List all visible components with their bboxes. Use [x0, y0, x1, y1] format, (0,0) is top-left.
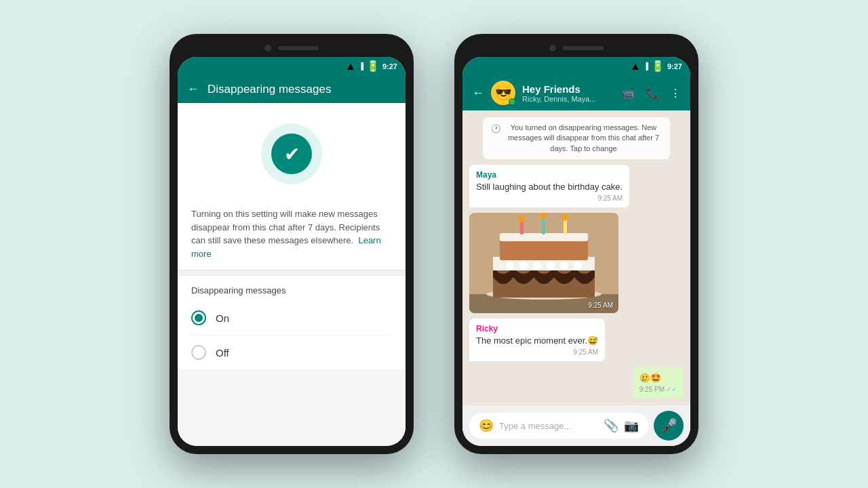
battery-icon: 🔋 [366, 60, 380, 73]
settings-options: On Off [178, 301, 406, 369]
settings-divider [178, 270, 406, 276]
sent-time: 9:26 PM ✓✓ [639, 386, 677, 393]
status-bar-chat: ▲ ▐ 🔋 9:27 [462, 57, 690, 75]
radio-on-circle[interactable] [191, 310, 206, 325]
chat-back-button[interactable]: ← [472, 86, 484, 100]
wifi-icon: ▲ [345, 60, 356, 73]
message-ricky: Ricky The most epic moment ever.😅 9:25 A… [469, 319, 605, 361]
chat-group-name: Hey Friends [522, 83, 614, 95]
more-options-icon[interactable]: ⋮ [670, 87, 681, 100]
phone-settings: ▲ ▐ 🔋 9:27 ← Disappearing messages ✔ [170, 34, 414, 454]
system-message[interactable]: 🕐 You turned on disappearing messages. N… [483, 117, 670, 159]
chat-content: 🕐 You turned on disappearing messages. N… [462, 110, 690, 446]
signal-icon: ▐ [359, 62, 363, 70]
toolbar-settings: ← Disappearing messages [178, 75, 406, 103]
image-time: 9:25 AM [588, 302, 613, 309]
system-message-text: You turned on disappearing messages. New… [505, 123, 662, 154]
chat-header: ← 😎 Hey Friends Ricky, Dennis, Maya... 📹… [462, 75, 690, 110]
radio-off-circle[interactable] [191, 345, 206, 360]
message-time-ricky: 9:25 AM [476, 348, 598, 356]
description-text: Turning on this setting will make new me… [191, 209, 380, 245]
message-maya: Maya Still laughing about the birthday c… [469, 165, 629, 207]
phone-screen-settings: ▲ ▐ 🔋 9:27 ← Disappearing messages ✔ [178, 57, 406, 446]
status-icons: ▲ ▐ 🔋 [345, 60, 380, 73]
chat-toolbar-icons: 📹 📞 ⋮ [621, 87, 681, 100]
radio-on-label: On [216, 312, 229, 324]
svg-point-12 [562, 214, 568, 221]
system-message-icon: 🕐 [491, 123, 501, 135]
chat-group-subtitle: Ricky, Dennis, Maya... [522, 95, 614, 103]
phone-call-icon[interactable]: 📞 [646, 87, 659, 100]
settings-content: ✔ Turning on this setting will make new … [178, 103, 406, 446]
svg-point-14 [519, 262, 528, 270]
timer-icon-circle: ✔ [261, 123, 322, 184]
phone-camera [264, 45, 271, 52]
back-button-settings[interactable]: ← [187, 82, 199, 96]
mic-button[interactable]: 🎤 [654, 411, 684, 441]
section-title: Disappearing messages [178, 276, 406, 301]
radio-on-inner [195, 314, 203, 322]
phone-speaker-chat [563, 46, 604, 50]
cake-svg [469, 213, 618, 312]
radio-off-label: Off [216, 347, 229, 359]
scene: ▲ ▐ 🔋 9:27 ← Disappearing messages ✔ [170, 34, 698, 454]
status-time-settings: 9:27 [382, 62, 397, 70]
video-call-icon[interactable]: 📹 [621, 87, 635, 100]
status-time-chat: 9:27 [667, 62, 682, 70]
mic-icon: 🎤 [660, 418, 677, 434]
online-indicator [509, 98, 515, 105]
status-bar-settings: ▲ ▐ 🔋 9:27 [178, 57, 406, 75]
message-sender-maya: Maya [476, 170, 623, 180]
chat-avatar: 😎 [491, 81, 515, 105]
battery-icon-chat: 🔋 [651, 60, 665, 73]
svg-point-15 [533, 262, 541, 270]
message-text-maya: Still laughing about the birthday cake. [476, 181, 623, 193]
phone-screen-chat: ▲ ▐ 🔋 9:27 ← 😎 Hey Friends Ricky, Dennis… [462, 57, 690, 446]
icon-area: ✔ [178, 103, 406, 198]
phone-top-bar-chat [462, 42, 690, 57]
wifi-icon-chat: ▲ [630, 60, 641, 73]
message-time-maya: 9:25 AM [476, 195, 623, 202]
radio-on-option[interactable]: On [191, 301, 392, 336]
svg-point-13 [506, 262, 514, 270]
svg-point-10 [519, 216, 524, 222]
status-icons-chat: ▲ ▐ 🔋 [630, 60, 665, 73]
phone-chat: ▲ ▐ 🔋 9:27 ← 😎 Hey Friends Ricky, Dennis… [454, 34, 698, 454]
camera-button[interactable]: 📷 [624, 418, 639, 433]
chat-input-bar: 😊 Type a message... 📎 📷 🎤 [462, 405, 690, 446]
svg-rect-8 [542, 216, 545, 235]
sent-text: 🥲🤩 [639, 372, 677, 384]
chat-input-pill[interactable]: 😊 Type a message... 📎 📷 [469, 413, 648, 439]
settings-description: Turning on this setting will make new me… [178, 198, 406, 270]
message-sender-ricky: Ricky [476, 324, 598, 333]
timer-icon: ✔ [271, 134, 312, 174]
read-ticks: ✓✓ [666, 386, 677, 393]
emoji-button[interactable]: 😊 [479, 418, 494, 433]
signal-icon-chat: ▐ [644, 62, 648, 70]
svg-point-16 [547, 262, 555, 270]
phone-camera-chat [549, 45, 556, 52]
phone-speaker [278, 46, 319, 50]
message-text-ricky: The most epic moment ever.😅 [476, 335, 598, 347]
radio-off-option[interactable]: Off [191, 336, 392, 369]
message-input[interactable]: Type a message... [499, 421, 598, 431]
chat-messages: 🕐 You turned on disappearing messages. N… [462, 110, 690, 405]
message-sent: 🥲🤩 9:26 PM ✓✓ [633, 367, 684, 399]
attach-button[interactable]: 📎 [604, 418, 618, 433]
chat-info: Hey Friends Ricky, Dennis, Maya... [522, 83, 614, 103]
phone-top-bar [178, 42, 406, 57]
svg-point-18 [574, 262, 582, 270]
image-message: 9:25 AM [469, 213, 618, 312]
toolbar-title-settings: Disappearing messages [208, 83, 396, 96]
cake-image [469, 213, 618, 312]
svg-point-17 [560, 262, 568, 270]
